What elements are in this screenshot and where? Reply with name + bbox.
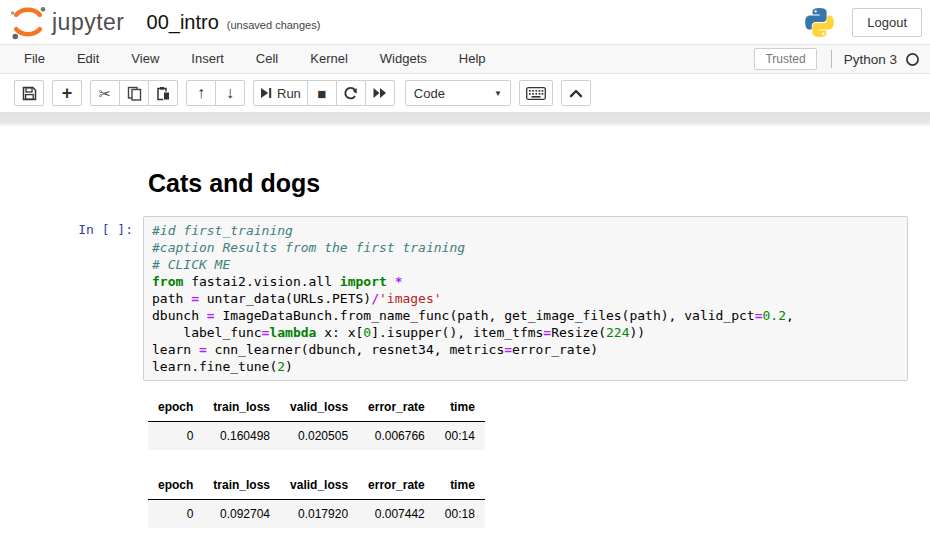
restart-kernel-button[interactable] xyxy=(336,80,366,106)
run-button[interactable]: Run xyxy=(253,80,308,106)
cut-cell-button[interactable]: ✂ xyxy=(90,80,120,106)
python-logo-icon xyxy=(803,6,836,39)
training-results-table-1: epochtrain_lossvalid_losserror_ratetime0… xyxy=(148,393,485,450)
group-edit: ✂ xyxy=(90,80,178,106)
jupyter-logo[interactable]: jupyter xyxy=(8,2,125,42)
notebook-title-area: 00_intro (unsaved changes) xyxy=(147,11,321,34)
kernel-name: Python 3 xyxy=(844,52,897,67)
group-palette xyxy=(519,80,553,106)
column-header: error_rate xyxy=(358,393,435,422)
paste-icon xyxy=(156,86,171,101)
column-header: valid_loss xyxy=(280,393,358,422)
menubar: FileEditViewInsertCellKernelWidgetsHelp … xyxy=(0,44,930,74)
header-shadow-band xyxy=(0,112,930,126)
copy-icon xyxy=(127,86,142,101)
code-line: path = untar_data(URLs.PETS)/'images' xyxy=(152,290,899,307)
table-cell: 0 xyxy=(148,500,203,529)
menu-file[interactable]: File xyxy=(8,45,61,73)
table-cell: 0.005413 xyxy=(358,528,435,537)
notebook-title[interactable]: 00_intro xyxy=(147,11,219,34)
chevron-up-icon xyxy=(569,89,583,98)
move-cell-up-button[interactable]: ↑ xyxy=(186,80,216,106)
code-cell: In [ ]: #id first_training#caption Resul… xyxy=(0,216,930,381)
column-header: valid_loss xyxy=(280,471,358,500)
table-row: 00.0927040.0179200.00744200:18 xyxy=(148,500,485,529)
menu-cell[interactable]: Cell xyxy=(240,45,294,73)
cell-type-value: Code xyxy=(414,86,494,101)
code-input-area[interactable]: #id first_training#caption Results from … xyxy=(143,216,908,381)
interrupt-kernel-button[interactable]: ■ xyxy=(307,80,337,106)
save-button[interactable] xyxy=(14,80,44,106)
table-cell: 0.012449 xyxy=(280,528,358,537)
table-cell: 0.006766 xyxy=(358,422,435,451)
move-up-icon: ↑ xyxy=(197,85,205,101)
menu-edit[interactable]: Edit xyxy=(61,45,115,73)
restart-run-all-button[interactable] xyxy=(365,80,395,106)
jupyter-logo-text: jupyter xyxy=(52,9,125,36)
code-line: #id first_training xyxy=(152,222,899,239)
group-insert: + xyxy=(52,80,82,106)
stop-icon: ■ xyxy=(317,86,326,101)
table-cell: 00:18 xyxy=(435,500,485,529)
restart-run-all-icon xyxy=(373,87,387,99)
add-cell-button[interactable]: + xyxy=(52,80,82,106)
move-cell-down-button[interactable]: ↓ xyxy=(215,80,245,106)
jupyter-notebook-app: jupyter 00_intro (unsaved changes) Logou… xyxy=(0,0,930,537)
table-cell: 0.027785 xyxy=(203,528,280,537)
notebook-container: Cats and dogs In [ ]: #id first_training… xyxy=(0,126,930,537)
table-cell: 1 xyxy=(148,528,203,537)
cell-type-dropdown[interactable]: Code ▼ xyxy=(405,80,511,106)
command-palette-button[interactable] xyxy=(519,80,553,106)
kernel-divider xyxy=(831,50,832,68)
move-down-icon: ↓ xyxy=(226,85,234,101)
code-line: dbunch = ImageDataBunch.from_name_func(p… xyxy=(152,307,899,324)
collapse-toolbar-button[interactable] xyxy=(561,80,591,106)
table-cell: 00:18 xyxy=(435,528,485,537)
menu-view[interactable]: View xyxy=(115,45,175,73)
markdown-heading-cell[interactable]: Cats and dogs xyxy=(148,168,930,198)
run-icon xyxy=(260,87,272,99)
code-editor[interactable]: #id first_training#caption Results from … xyxy=(152,222,899,375)
table-cell: 0.092704 xyxy=(203,500,280,529)
chevron-down-icon: ▼ xyxy=(494,89,502,98)
code-line: #caption Results from the first training xyxy=(152,239,899,256)
paste-cell-button[interactable] xyxy=(148,80,178,106)
toolbar: + ✂ xyxy=(0,74,930,112)
table-cell: 0.017920 xyxy=(280,500,358,529)
run-button-label: Run xyxy=(277,86,301,101)
cell-outputs: epochtrain_lossvalid_losserror_ratetime0… xyxy=(148,393,930,537)
table-cell: 0 xyxy=(148,422,203,451)
copy-cell-button[interactable] xyxy=(119,80,149,106)
menubar-right: Trusted Python 3 xyxy=(754,48,922,70)
group-run: Run ■ xyxy=(253,80,395,106)
trusted-badge[interactable]: Trusted xyxy=(754,48,816,70)
group-move: ↑ ↓ xyxy=(186,80,245,106)
input-prompt: In [ ]: xyxy=(0,216,143,381)
table-row: 10.0277850.0124490.00541300:18 xyxy=(148,528,485,537)
notebook-header: jupyter 00_intro (unsaved changes) Logou… xyxy=(0,0,930,44)
add-cell-icon: + xyxy=(62,84,73,102)
group-save xyxy=(14,80,44,106)
kernel-idle-indicator-icon xyxy=(905,52,920,67)
logout-button[interactable]: Logout xyxy=(852,8,922,37)
column-header: train_loss xyxy=(203,393,280,422)
column-header: train_loss xyxy=(203,471,280,500)
menu-help[interactable]: Help xyxy=(443,45,502,73)
group-collapse xyxy=(561,80,591,106)
menu-kernel[interactable]: Kernel xyxy=(294,45,364,73)
table-row: 00.1604980.0205050.00676600:14 xyxy=(148,422,485,451)
code-line: label_func=lambda x: x[0].isupper(), ite… xyxy=(152,324,899,341)
menu-insert[interactable]: Insert xyxy=(175,45,240,73)
menubar-items: FileEditViewInsertCellKernelWidgetsHelp xyxy=(8,45,502,73)
column-header: time xyxy=(435,393,485,422)
autosave-status: (unsaved changes) xyxy=(227,19,321,31)
table-cell: 0.160498 xyxy=(203,422,280,451)
menu-widgets[interactable]: Widgets xyxy=(364,45,443,73)
code-line: learn = cnn_learner(dbunch, resnet34, me… xyxy=(152,341,899,358)
code-line: from fastai2.vision.all import * xyxy=(152,273,899,290)
column-header: time xyxy=(435,471,485,500)
table-cell: 0.020505 xyxy=(280,422,358,451)
table-cell: 0.007442 xyxy=(358,500,435,529)
column-header: error_rate xyxy=(358,471,435,500)
cut-icon: ✂ xyxy=(99,86,112,101)
